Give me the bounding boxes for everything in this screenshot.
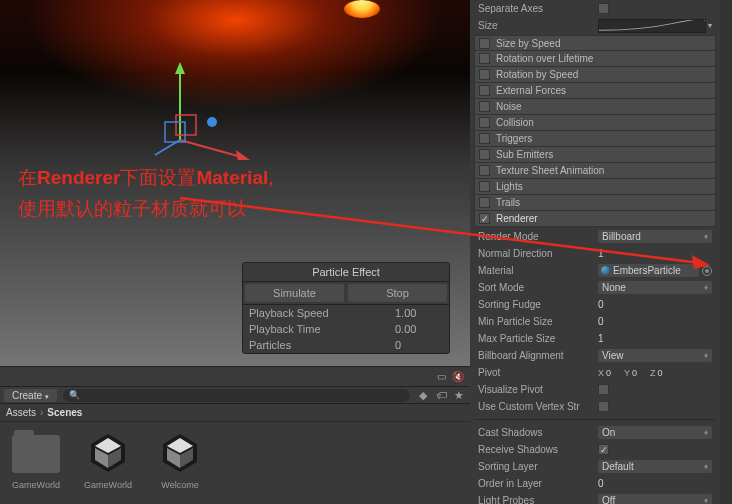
prop-sorting-fudge: Sorting Fudge0 — [470, 296, 720, 313]
playback-time-label: Playback Time — [249, 323, 321, 335]
prop-render-mode: Render ModeBillboard♦ — [470, 228, 720, 245]
svg-marker-1 — [175, 62, 185, 74]
svg-line-2 — [180, 140, 245, 158]
dropdown[interactable]: View♦ — [598, 349, 712, 362]
transform-gizmo[interactable] — [150, 60, 250, 160]
prop-receive-shadows: Receive Shadows✓ — [470, 441, 720, 458]
module-rotation-over-lifetime[interactable]: Rotation over Lifetime — [474, 51, 716, 67]
object-picker-icon[interactable] — [702, 266, 712, 276]
module-sub-emitters[interactable]: Sub Emitters — [474, 147, 716, 163]
svg-rect-6 — [165, 122, 185, 142]
module-lights[interactable]: Lights — [474, 179, 716, 195]
module-checkbox[interactable] — [479, 101, 490, 112]
chevron-down-icon: ♦ — [704, 283, 708, 292]
chevron-down-icon: ♦ — [704, 496, 708, 504]
prop-light-probes: Light ProbesOff♦ — [470, 492, 720, 504]
project-search-input[interactable]: 🔍 — [63, 389, 410, 402]
checkbox[interactable]: ✓ — [598, 444, 609, 455]
checkbox[interactable] — [598, 384, 609, 395]
module-checkbox[interactable] — [479, 133, 490, 144]
prop-visualize-pivot: Visualize Pivot — [470, 381, 720, 398]
module-external-forces[interactable]: External Forces — [474, 83, 716, 99]
chevron-down-icon: ♦ — [704, 462, 708, 471]
dropdown-caret-icon[interactable]: ▾ — [708, 21, 712, 30]
module-noise[interactable]: Noise — [474, 99, 716, 115]
scene-bottom-bar: ▭ 🔇 — [0, 366, 470, 386]
simulate-button[interactable]: Simulate — [245, 284, 344, 302]
particle-effect-panel: Particle Effect Simulate Stop Playback S… — [242, 262, 450, 354]
filter-by-type-icon[interactable]: ◆ — [416, 389, 430, 402]
checkbox[interactable] — [598, 3, 609, 14]
material-field[interactable]: EmbersParticle — [598, 264, 699, 277]
module-checkbox[interactable]: ✓ — [479, 213, 490, 224]
prop-normal-direction: Normal Direction1 — [470, 245, 720, 262]
module-checkbox[interactable] — [479, 69, 490, 80]
chevron-down-icon: ♦ — [704, 351, 708, 360]
prop-pivot: PivotX0Y0Z0 — [470, 364, 720, 381]
module-triggers[interactable]: Triggers — [474, 131, 716, 147]
dropdown[interactable]: None♦ — [598, 281, 712, 294]
module-checkbox[interactable] — [479, 181, 490, 192]
value-field[interactable]: 0 — [598, 299, 604, 310]
module-checkbox[interactable] — [479, 38, 490, 49]
prop-cast-shadows: Cast ShadowsOn♦ — [470, 424, 720, 441]
value-field[interactable]: 0 — [598, 478, 604, 489]
particle-panel-title: Particle Effect — [243, 263, 449, 282]
value-field[interactable]: 0 — [598, 316, 604, 327]
playback-time-value[interactable]: 0.00 — [395, 323, 443, 335]
chevron-down-icon: ♦ — [704, 232, 708, 241]
asset-item[interactable]: Welcome — [148, 430, 212, 490]
playback-speed-value[interactable]: 1.00 — [395, 307, 443, 319]
prop-max-particle-size: Max Particle Size1 — [470, 330, 720, 347]
module-checkbox[interactable] — [479, 149, 490, 160]
breadcrumb[interactable]: Assets›Scenes — [0, 404, 470, 422]
dropdown[interactable]: Billboard♦ — [598, 230, 712, 243]
material-preview-icon — [601, 266, 610, 275]
svg-point-7 — [207, 117, 217, 127]
prop-material: MaterialEmbersParticle — [470, 262, 720, 279]
playback-speed-label: Playback Speed — [249, 307, 329, 319]
asset-item[interactable]: GameWorld — [76, 430, 140, 490]
checkbox[interactable] — [598, 401, 609, 412]
module-trails[interactable]: Trails — [474, 195, 716, 211]
module-checkbox[interactable] — [479, 85, 490, 96]
module-texture-sheet-animation[interactable]: Texture Sheet Animation — [474, 163, 716, 179]
annotation-text: 在Renderer下面设置Material, 使用默认的粒子材质就可以 — [18, 162, 274, 225]
particles-label: Particles — [249, 339, 291, 351]
create-button[interactable]: Create ▾ — [4, 389, 57, 402]
stop-button[interactable]: Stop — [348, 284, 447, 302]
dropdown[interactable]: On♦ — [598, 426, 712, 439]
unity-scene-icon — [85, 430, 131, 478]
module-size-by-speed[interactable]: Size by Speed — [474, 35, 716, 51]
save-search-icon[interactable]: ★ — [452, 389, 466, 402]
prop-min-particle-size: Min Particle Size0 — [470, 313, 720, 330]
value-field[interactable]: 1 — [598, 248, 604, 259]
prop-sorting-layer: Sorting LayerDefault♦ — [470, 458, 720, 475]
filter-by-label-icon[interactable]: 🏷 — [434, 389, 448, 402]
module-rotation-by-speed[interactable]: Rotation by Speed — [474, 67, 716, 83]
asset-item[interactable]: GameWorld — [4, 430, 68, 490]
module-checkbox[interactable] — [479, 165, 490, 176]
module-checkbox[interactable] — [479, 197, 490, 208]
inspector-panel: Separate AxesSize▾ Size by SpeedRotation… — [470, 0, 732, 504]
gizmo-toggle-icon[interactable]: ▭ — [437, 371, 446, 382]
svg-marker-3 — [236, 150, 250, 160]
sun-core — [344, 0, 380, 18]
prop-use-custom-vertex-str: Use Custom Vertex Str — [470, 398, 720, 415]
curve-field[interactable] — [598, 19, 706, 33]
audio-toggle-icon[interactable]: 🔇 — [452, 371, 464, 382]
module-checkbox[interactable] — [479, 53, 490, 64]
module-checkbox[interactable] — [479, 117, 490, 128]
scene-view[interactable]: 在Renderer下面设置Material, 使用默认的粒子材质就可以 Part… — [0, 0, 470, 366]
chevron-down-icon: ♦ — [704, 428, 708, 437]
module-collision[interactable]: Collision — [474, 115, 716, 131]
dropdown[interactable]: Default♦ — [598, 460, 712, 473]
value-field[interactable]: 1 — [598, 333, 604, 344]
module-renderer[interactable]: ✓Renderer — [474, 211, 716, 227]
dropdown[interactable]: Off♦ — [598, 494, 712, 504]
pivot-fields[interactable]: X0Y0Z0 — [598, 368, 712, 378]
asset-label: GameWorld — [76, 480, 140, 490]
search-icon: 🔍 — [69, 390, 80, 400]
folder-icon — [12, 435, 60, 473]
prop-sort-mode: Sort ModeNone♦ — [470, 279, 720, 296]
